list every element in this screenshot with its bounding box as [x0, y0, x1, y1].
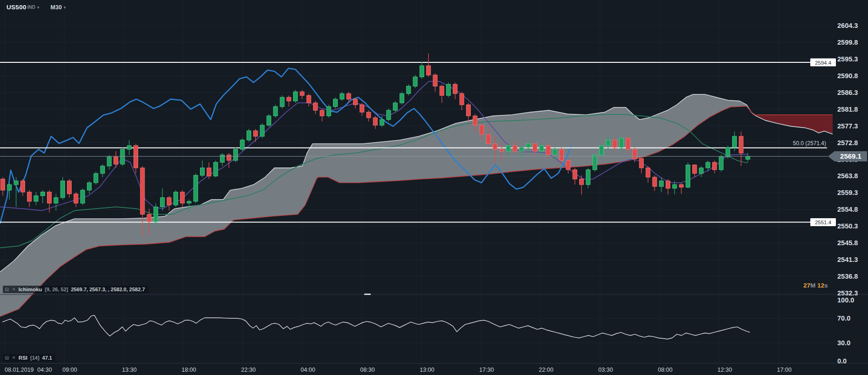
candle	[673, 185, 677, 188]
candle	[114, 157, 118, 164]
candle	[174, 192, 178, 205]
time-tick-label: 09:00	[62, 367, 77, 373]
candle	[287, 97, 291, 101]
time-tick-label: 04:00	[300, 367, 315, 373]
candle	[473, 116, 477, 125]
candle	[27, 192, 32, 201]
candle	[633, 149, 637, 159]
price-tick-label: 2595.3	[837, 55, 858, 63]
candle	[500, 149, 504, 151]
candle	[207, 168, 211, 176]
rsi-legend: ▤ ✕ RSI [14] 47.1	[3, 354, 55, 362]
candle	[713, 162, 717, 170]
indicator-values: 2569.7, 2567.3, , 2582.0, 2582.7	[71, 287, 145, 292]
indicator-name: RSI	[19, 355, 27, 361]
candle	[154, 207, 158, 222]
candle	[666, 181, 670, 188]
candle	[467, 105, 471, 116]
candle-countdown-timer: 27M 12s	[803, 282, 828, 289]
candle	[506, 146, 510, 151]
candle	[360, 105, 364, 112]
candle	[600, 146, 604, 155]
separator-drag-handle[interactable]	[364, 294, 371, 295]
rsi-tick-label: 100.0	[837, 296, 854, 304]
candle	[214, 162, 218, 176]
symbol-selector[interactable]: US500 IND ▾	[7, 4, 40, 11]
price-tick-label: 2532.3	[837, 289, 858, 297]
rsi-tick-label: 30.0	[837, 339, 850, 347]
candle	[540, 146, 544, 151]
time-tick-label: 08.01.2019	[5, 367, 34, 373]
candle	[420, 66, 424, 77]
candle	[220, 155, 224, 162]
candle	[320, 110, 324, 116]
price-tick-label: 2536.8	[837, 273, 858, 280]
candle	[367, 112, 371, 118]
candle	[686, 165, 690, 187]
svg-text:2551.4: 2551.4	[815, 220, 832, 225]
price-tick-label: 2599.8	[837, 39, 858, 46]
candle	[274, 107, 278, 116]
chart-canvas[interactable]: 50.0 (2571.4)2604.32599.82595.32590.8258…	[0, 0, 868, 375]
candle	[67, 181, 72, 194]
timer-seconds: 12	[817, 282, 824, 289]
candle	[60, 181, 65, 198]
candle	[373, 118, 377, 125]
indicator-settings-icon[interactable]: ▤	[5, 355, 9, 360]
candle	[533, 144, 537, 151]
candle	[74, 194, 78, 203]
indicator-settings-icon[interactable]: ▤	[5, 287, 9, 292]
candle	[160, 198, 165, 207]
candle	[34, 196, 38, 201]
candle	[480, 125, 484, 134]
candle	[400, 94, 404, 103]
candle	[54, 198, 58, 203]
candle	[127, 146, 131, 149]
candle	[560, 149, 564, 161]
symbol-toolbar: US500 IND ▾ M30 ▾	[7, 4, 66, 11]
candle	[413, 77, 417, 86]
indicator-remove-icon[interactable]: ✕	[12, 355, 15, 360]
candle	[380, 120, 384, 125]
price-tick-label: 2577.3	[837, 122, 858, 130]
price-tick-label: 2563.8	[837, 172, 858, 180]
candle	[254, 131, 258, 136]
price-tick-label: 2604.3	[837, 22, 858, 29]
candle	[194, 175, 198, 201]
svg-text:2569.1: 2569.1	[840, 152, 861, 160]
trading-chart-app: 50.0 (2571.4)2604.32599.82595.32590.8258…	[0, 0, 868, 375]
price-tick-label: 2554.8	[837, 206, 858, 213]
candle	[20, 181, 25, 192]
candle	[453, 84, 457, 94]
candle	[187, 201, 191, 203]
timeframe-dropdown[interactable]: M30 ▾	[44, 4, 66, 11]
candle	[513, 146, 517, 151]
candle	[593, 155, 597, 170]
fib-level-label: 50.0 (2571.4)	[793, 140, 826, 147]
chevron-down-icon: ▾	[64, 5, 66, 10]
ichimoku-legend: ▤ ✕ Ichimoku [9, 26, 52] 2569.7, 2567.3,…	[3, 286, 148, 293]
indicator-remove-icon[interactable]: ✕	[12, 287, 15, 292]
level-price-label: 2551.4	[810, 218, 836, 226]
candle	[294, 92, 298, 101]
candle	[347, 94, 351, 99]
price-tick-label: 2581.8	[837, 106, 858, 113]
candle	[407, 86, 411, 94]
candle	[200, 168, 205, 175]
candle	[440, 86, 444, 95]
candle	[566, 161, 570, 170]
time-tick-label: 13:30	[122, 367, 136, 373]
level-price-label: 2594.4	[810, 59, 836, 67]
candle	[140, 168, 145, 214]
time-tick-label: 22:00	[539, 367, 553, 373]
candle	[334, 99, 338, 107]
candle	[267, 116, 271, 125]
candle	[100, 166, 105, 174]
candle	[180, 192, 185, 203]
price-tick-label: 2545.8	[837, 239, 858, 247]
timeframe-label: M30	[51, 4, 62, 11]
timer-minutes: 27	[803, 282, 810, 289]
candle	[353, 99, 357, 105]
candle	[520, 147, 524, 151]
time-tick-label: 08:00	[658, 367, 672, 373]
